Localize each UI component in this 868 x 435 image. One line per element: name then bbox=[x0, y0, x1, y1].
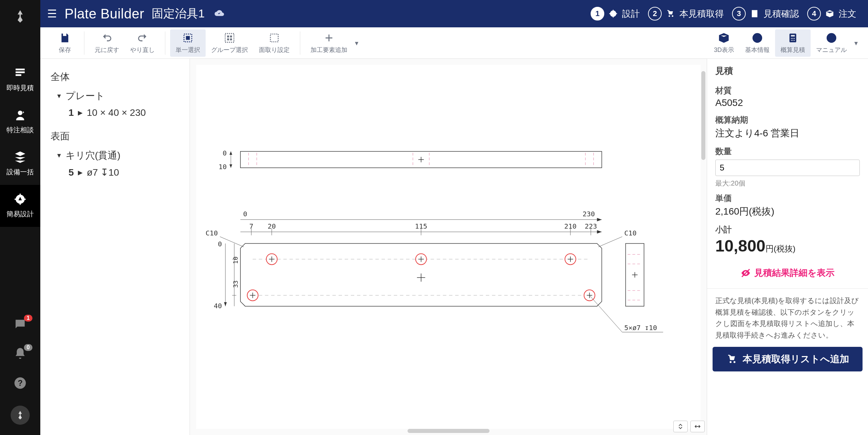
menu-icon[interactable]: ☰ bbox=[47, 7, 57, 20]
svg-line-68 bbox=[590, 295, 622, 332]
svg-point-14 bbox=[793, 38, 794, 39]
step-label: 見積確認 bbox=[763, 8, 799, 20]
svg-rect-8 bbox=[230, 38, 232, 40]
tree-leaf-hole-5[interactable]: 5 ▶ ø7 ↧10 bbox=[64, 167, 184, 178]
svg-line-47 bbox=[598, 237, 622, 247]
material-label: 材質 bbox=[707, 80, 868, 97]
dim-label: 223 bbox=[585, 222, 597, 230]
bell-badge: 0 bbox=[24, 344, 32, 351]
svg-line-46 bbox=[220, 237, 244, 247]
step-number: 3 bbox=[732, 7, 746, 21]
dim-label: C10 bbox=[624, 229, 636, 237]
account-icon[interactable] bbox=[11, 406, 30, 425]
drawing-canvas[interactable]: 0 10 0 230 7 20 115 21 bbox=[196, 65, 701, 429]
svg-marker-30 bbox=[230, 151, 232, 155]
manual-dropdown[interactable]: ▾ bbox=[852, 39, 858, 47]
cta-label: 本見積取得リストへ追加 bbox=[743, 353, 849, 366]
tree-section-surface[interactable]: 表面 bbox=[51, 130, 184, 143]
dim-label: C10 bbox=[206, 229, 218, 237]
scrollbar-horizontal[interactable] bbox=[408, 429, 490, 433]
rail-simple-design[interactable]: 簡易設計 bbox=[0, 185, 40, 227]
dim-label: 0 bbox=[243, 210, 247, 218]
help-icon[interactable]: ? bbox=[13, 376, 27, 391]
tree-section-all[interactable]: 全体 bbox=[51, 70, 184, 83]
hole[interactable] bbox=[565, 254, 576, 264]
dim-label: 0 bbox=[218, 240, 222, 248]
add-feature-button[interactable]: 加工要素追加 bbox=[305, 29, 353, 57]
svg-point-15 bbox=[794, 38, 795, 39]
tree-label: 10 × 40 × 230 bbox=[87, 107, 146, 118]
step-quote-confirm[interactable]: 3 見積確認 bbox=[732, 7, 799, 21]
undo-button[interactable]: 元に戻す bbox=[89, 29, 125, 57]
dim-label: 40 bbox=[214, 302, 222, 310]
tool-label: 元に戻す bbox=[95, 46, 119, 54]
expand-horizontal-button[interactable] bbox=[690, 421, 705, 432]
estimate-note: 正式な見積(本見積)を取得するには設計及び概算見積を確認後、以下のボタンをクリッ… bbox=[707, 295, 868, 347]
redo-button[interactable]: やり直し bbox=[125, 29, 160, 57]
manual-button[interactable]: マニュアル bbox=[811, 29, 852, 57]
callout-label: 5×ø7 ↧10 bbox=[624, 324, 657, 332]
chevron-right-icon: ▶ bbox=[78, 169, 83, 176]
save-button[interactable]: 保存 bbox=[51, 29, 79, 57]
tree-node-plate[interactable]: ▼ プレート bbox=[56, 90, 184, 103]
detail-link[interactable]: 見積結果詳細を表示 bbox=[707, 259, 868, 288]
view-3d-button[interactable]: 3D表示 bbox=[708, 29, 740, 57]
tree-index: 1 bbox=[64, 107, 74, 118]
unit-price-value: 2,160円(税抜) bbox=[707, 205, 868, 219]
estimate-button[interactable]: 概算見積 bbox=[775, 29, 811, 57]
scrollbar-vertical[interactable] bbox=[701, 71, 705, 160]
expand-vertical-button[interactable] bbox=[673, 421, 688, 432]
svg-point-16 bbox=[791, 40, 792, 41]
group-select-button[interactable]: グループ選択 bbox=[206, 29, 253, 57]
rail-custom-consult[interactable]: 特注相談 bbox=[0, 101, 40, 143]
rail-label: 簡易設計 bbox=[6, 209, 34, 219]
step-quote-request[interactable]: 2 本見積取得 bbox=[648, 7, 724, 21]
step-number: 2 bbox=[648, 7, 662, 21]
add-handle[interactable] bbox=[417, 273, 425, 282]
tool-label: グループ選択 bbox=[211, 46, 248, 54]
chat-icon[interactable]: 1 bbox=[13, 317, 27, 332]
hole[interactable] bbox=[247, 290, 258, 301]
tree-node-holes[interactable]: ▼ キリ穴(貫通) bbox=[56, 149, 184, 162]
rail-instant-estimate[interactable]: 即時見積 bbox=[0, 59, 40, 101]
dim-label: 33 bbox=[232, 281, 239, 288]
svg-marker-35 bbox=[597, 230, 602, 234]
tool-label: 3D表示 bbox=[714, 46, 734, 54]
svg-marker-42 bbox=[224, 302, 227, 306]
svg-marker-31 bbox=[230, 164, 232, 168]
logo[interactable] bbox=[13, 9, 28, 25]
step-number: 4 bbox=[807, 7, 821, 21]
chevron-down-icon: ▼ bbox=[56, 152, 62, 159]
qty-label: 数量 bbox=[707, 141, 868, 158]
step-order[interactable]: 4 注文 bbox=[807, 7, 856, 21]
add-to-quote-list-button[interactable]: 本見積取得リストへ追加 bbox=[713, 347, 863, 371]
hole[interactable] bbox=[416, 254, 427, 264]
tree-index: 5 bbox=[64, 167, 74, 178]
step-number: 1 bbox=[591, 7, 604, 21]
chamfer-button[interactable]: 面取り設定 bbox=[253, 29, 295, 57]
tool-label: 保存 bbox=[59, 46, 71, 54]
quantity-input[interactable] bbox=[715, 160, 860, 176]
dim-label: 20 bbox=[268, 222, 276, 230]
rail-label: 特注相談 bbox=[6, 125, 34, 135]
tree-label: ø7 ↧10 bbox=[87, 167, 119, 178]
hole[interactable] bbox=[266, 254, 277, 264]
basic-info-button[interactable]: 基本情報 bbox=[740, 29, 775, 57]
tool-label: 加工要素追加 bbox=[311, 46, 347, 54]
app-title: Plate Builder bbox=[65, 6, 144, 22]
bell-icon[interactable]: 0 bbox=[13, 347, 27, 362]
dim-label: 0 bbox=[223, 149, 227, 157]
single-select-button[interactable]: 単一選択 bbox=[170, 29, 206, 57]
rail-equipment[interactable]: 設備一括 bbox=[0, 143, 40, 185]
tree-label: キリ穴(貫通) bbox=[66, 149, 121, 162]
subtotal-label: 小計 bbox=[707, 219, 868, 236]
step-design[interactable]: 1 設計 bbox=[591, 7, 640, 21]
tree-leaf-plate-1[interactable]: 1 ▶ 10 × 40 × 230 bbox=[64, 107, 184, 118]
rail-label: 即時見積 bbox=[6, 83, 34, 93]
dim-label: 7 bbox=[249, 222, 253, 230]
chevron-down-icon: ▼ bbox=[56, 93, 62, 100]
add-feature-dropdown[interactable]: ▾ bbox=[353, 39, 358, 47]
tool-label: マニュアル bbox=[816, 46, 847, 54]
svg-text:?: ? bbox=[18, 379, 23, 388]
svg-rect-12 bbox=[791, 35, 795, 36]
